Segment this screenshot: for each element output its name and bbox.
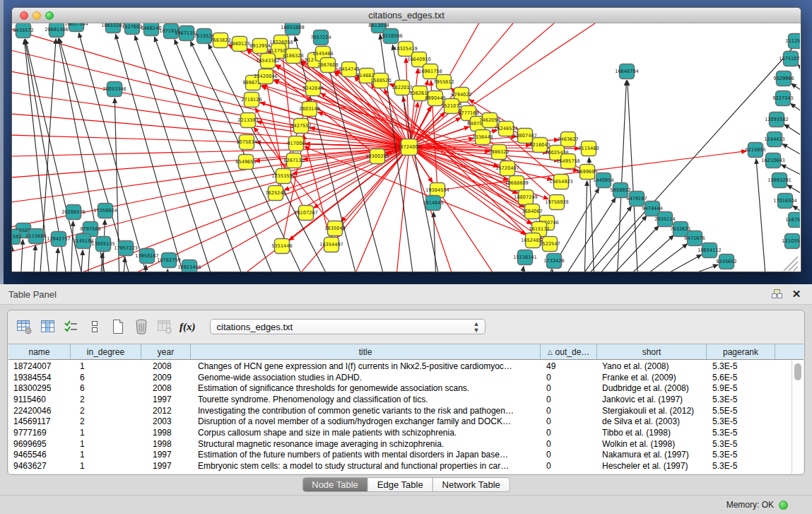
graph-node-label: 8267130 — [283, 158, 304, 163]
graph-node-label: 1527602 — [122, 24, 142, 30]
graph-node-label: 2213393 — [237, 117, 258, 123]
network-view-window[interactable]: citations_edges.txt 94355722069140616637… — [11, 7, 801, 272]
table-cell: Dudbridge et al. (2008) — [597, 383, 707, 393]
window-titlebar[interactable]: citations_edges.txt — [12, 8, 801, 23]
graph-node-label: 17016504 — [773, 198, 797, 204]
graph-node-label: 16782759 — [157, 257, 181, 263]
graph-node-label: 8454749 — [339, 66, 359, 72]
graph-node-label: 7663822 — [210, 37, 230, 43]
show-columns-icon[interactable] — [38, 317, 58, 337]
table-cell: 0 — [541, 461, 597, 471]
table-row[interactable]: 946362711997Embryonic stem cells: a mode… — [8, 460, 792, 472]
graph-node-label: 22420046 — [254, 74, 278, 79]
graph-node-label: 8990448 — [425, 95, 445, 101]
table-row[interactable]: 977716911998Corpus callosum shape and si… — [8, 427, 792, 438]
graph-node-label: 5351446 — [271, 243, 292, 249]
delete-table-icon[interactable] — [155, 317, 175, 337]
select-columns-icon[interactable] — [61, 317, 81, 337]
graph-node-label: 13958167 — [135, 253, 159, 259]
tab-edge-table[interactable]: Edge Table — [368, 477, 433, 492]
table-select-dropdown[interactable]: citations_edges.txt ▲▼ — [210, 319, 486, 334]
graph-node-label: 8813054 — [368, 23, 389, 28]
edge — [521, 267, 524, 272]
delete-rows-icon[interactable] — [131, 317, 151, 337]
graph-node-label: 1075834 — [236, 139, 257, 145]
graph-node-label: 8860123 — [229, 41, 249, 47]
graph-node-label: 2935114 — [654, 216, 675, 222]
table-cell: Estimation of the future numbers of pati… — [191, 450, 541, 460]
table-cell: Stergiakouli et al. (2012) — [597, 406, 707, 416]
edge — [20, 240, 23, 272]
table-cell: 2009 — [141, 373, 191, 382]
graph-node-label: 16053809 — [281, 25, 305, 30]
function-builder-icon[interactable]: f(x) — [180, 321, 196, 333]
graph-node-label: 16640910 — [407, 57, 431, 62]
tab-network-table[interactable]: Network Table — [433, 477, 510, 492]
column-header-in-degree[interactable]: in_degree — [71, 344, 141, 359]
edge — [56, 248, 58, 272]
graph-node-label: 16637344 — [64, 23, 88, 27]
graph-node-label: 13505135 — [91, 241, 115, 247]
graph-node-label: 7986322 — [488, 149, 509, 155]
table-cell: Investigating the contribution of common… — [191, 406, 541, 416]
table-row[interactable]: 2242004622012Investigating the contribut… — [8, 405, 792, 416]
table-cell: 1 — [71, 439, 141, 449]
new-table-icon[interactable] — [108, 317, 128, 337]
dropdown-arrows-icon: ▲▼ — [473, 321, 480, 334]
graph-node-label: 10654112 — [698, 247, 722, 253]
graph-node-label: 1115686 — [25, 233, 46, 239]
graph-node-label: 5958922 — [610, 187, 630, 193]
column-header-title[interactable]: title — [191, 344, 541, 359]
graph-node-label: 8215955 — [745, 147, 765, 153]
column-header-short[interactable]: short — [597, 344, 707, 359]
table-cell: 5.3E-5 — [707, 450, 775, 460]
column-header-out-degree[interactable]: △ out_de… — [541, 344, 597, 359]
float-panel-icon[interactable] — [770, 288, 784, 300]
edge — [782, 144, 800, 158]
window-resize-grip[interactable] — [784, 257, 798, 271]
table-row[interactable]: 1830029562008Estimation of significance … — [8, 382, 792, 394]
table-cell: Nakamura et al. (1997) — [597, 450, 707, 460]
table-header-row: name in_degree year title △ out_de… shor… — [8, 344, 804, 360]
table-row[interactable]: 946554611997Estimation of the future num… — [8, 450, 792, 461]
scrollbar-thumb[interactable] — [794, 363, 801, 380]
graph-node-label: 3684067 — [522, 209, 542, 214]
table-cell: 0 — [541, 450, 597, 460]
column-header-pagerank[interactable]: pagerank — [707, 344, 775, 359]
graph-node-label: 9797588 — [80, 226, 100, 232]
table-cell: 9463627 — [8, 461, 71, 471]
edge — [798, 64, 800, 75]
table-panel-title: Table Panel — [8, 289, 764, 300]
table-cell: 1997 — [141, 450, 191, 460]
graph-node-label: 1521072 — [441, 103, 461, 109]
table-settings-icon[interactable] — [15, 317, 35, 337]
table-select-value: citations_edges.txt — [217, 322, 293, 332]
column-header-name[interactable]: name — [8, 344, 71, 359]
table-cell: 14569117 — [8, 416, 71, 426]
column-header-year[interactable]: year — [141, 344, 191, 359]
table-row[interactable]: 1872400712008Changes of HCN gene express… — [8, 361, 792, 372]
edge — [791, 104, 800, 117]
tab-node-table[interactable]: Node Table — [302, 477, 368, 492]
selected-edge — [241, 147, 409, 272]
graph-node-label: 16648784 — [615, 69, 639, 74]
graph-node-label: 9699695 — [577, 169, 597, 175]
table-cell: 0 — [541, 428, 597, 438]
table-cell: 0 — [541, 383, 597, 393]
edge — [784, 124, 800, 139]
network-canvas[interactable]: 9435572206914061663734410653287152760264… — [12, 23, 801, 272]
table-panel-body: f(x) citations_edges.txt ▲▼ name in_degr… — [7, 310, 805, 475]
graph-node-label: 9245652 — [716, 259, 736, 264]
graph-node-label: 12923446 — [177, 264, 201, 270]
close-icon[interactable]: ✕ — [789, 288, 804, 300]
table-row[interactable]: 969969511998Structural magnetic resonanc… — [8, 438, 792, 450]
row-height-icon[interactable] — [85, 317, 105, 337]
edge — [620, 235, 673, 272]
graph-node-label: 20053346 — [102, 86, 126, 92]
table-cell: 22420046 — [8, 406, 71, 416]
table-row[interactable]: 1456911722003Disruption of a novel membe… — [8, 416, 792, 427]
citation-network-graph[interactable]: 9435572206914061663734410653287152760264… — [12, 23, 800, 272]
table-row[interactable]: 1938455462009Genome-wide association stu… — [8, 372, 792, 383]
table-row[interactable]: 911546021997Tourette syndrome. Phenomeno… — [8, 394, 792, 405]
table-vertical-scrollbar[interactable] — [792, 361, 804, 474]
